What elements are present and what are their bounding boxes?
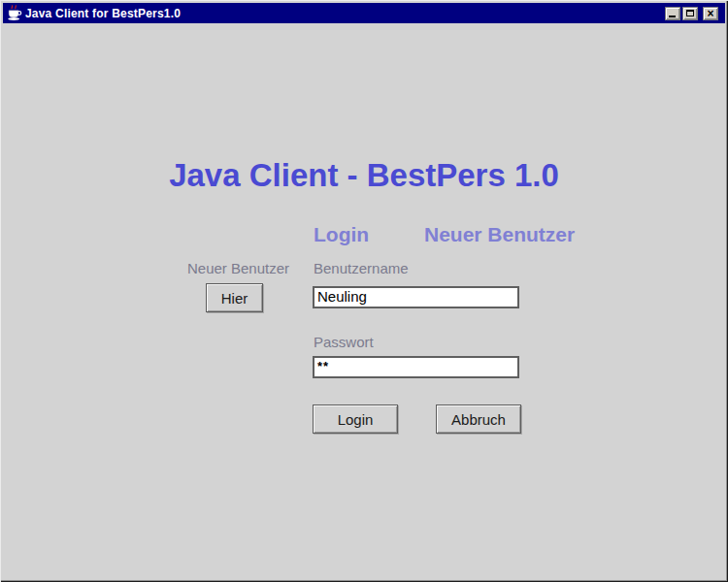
window-title: Java Client for BestPers1.0 bbox=[25, 7, 665, 20]
login-section-header: Login bbox=[314, 223, 369, 246]
password-label: Passwort bbox=[314, 334, 374, 350]
maximize-button[interactable] bbox=[682, 7, 698, 20]
new-user-section-header: Neuer Benutzer bbox=[424, 223, 575, 246]
app-window: Java Client for BestPers1.0 × Java Clien… bbox=[0, 0, 728, 582]
login-button[interactable]: Login bbox=[313, 404, 398, 434]
password-input[interactable] bbox=[313, 356, 519, 378]
close-icon: × bbox=[707, 9, 713, 18]
close-button[interactable]: × bbox=[703, 7, 718, 20]
page-title: Java Client - BestPers 1.0 bbox=[0, 157, 728, 194]
maximize-icon bbox=[686, 10, 694, 16]
abbruch-button[interactable]: Abbruch bbox=[436, 404, 521, 434]
minimize-icon bbox=[669, 16, 676, 17]
window-controls: × bbox=[665, 7, 718, 20]
minimize-button[interactable] bbox=[665, 7, 680, 20]
username-label: Benutzername bbox=[314, 260, 409, 276]
hier-button[interactable]: Hier bbox=[206, 283, 263, 312]
java-coffee-cup-icon bbox=[6, 5, 22, 21]
username-input[interactable] bbox=[313, 286, 519, 308]
titlebar[interactable]: Java Client for BestPers1.0 × bbox=[3, 3, 725, 23]
new-user-label: Neuer Benutzer bbox=[187, 260, 289, 276]
